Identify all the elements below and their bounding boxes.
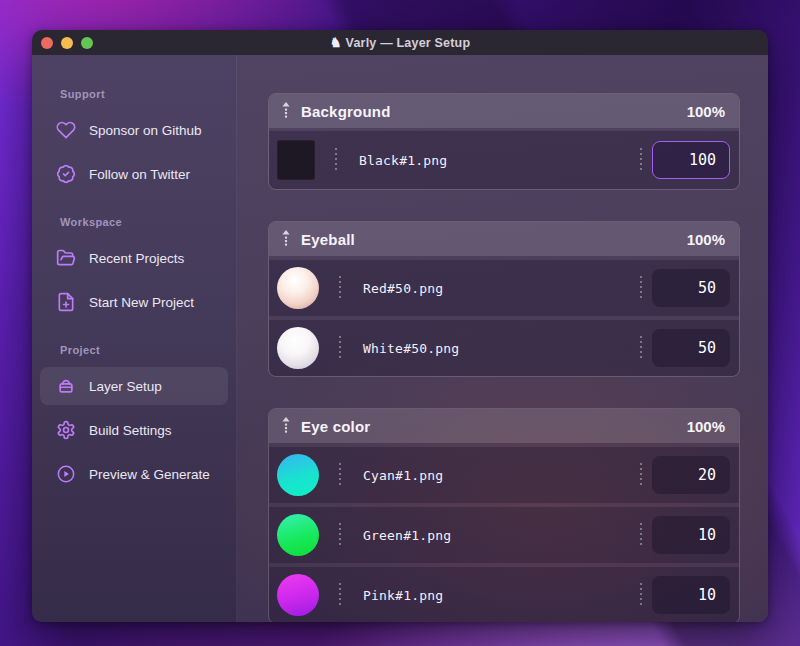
layer-filename: Pink#1.png (363, 588, 443, 603)
close-button[interactable] (41, 37, 53, 49)
sidebar-item-preview-generate[interactable]: Preview & Generate (40, 455, 228, 493)
sidebar-item-label: Layer Setup (89, 379, 162, 394)
layer-group-background: Background 100% Black#1.png (268, 93, 740, 190)
sidebar-section-support: Support (32, 87, 236, 101)
sidebar-item-label: Sponsor on Github (89, 123, 202, 138)
zoom-button[interactable] (81, 37, 93, 49)
dotted-divider (339, 336, 341, 360)
layer-row: White#50.png (269, 320, 739, 376)
layer-weight-input[interactable] (652, 141, 730, 179)
dotted-divider (339, 523, 341, 547)
sidebar-item-label: Recent Projects (89, 251, 184, 266)
sidebar-item-recent-projects[interactable]: Recent Projects (40, 239, 228, 277)
layer-weight-input[interactable] (652, 576, 730, 614)
heart-icon (56, 120, 76, 140)
layer-thumbnail (277, 514, 319, 556)
dotted-divider (640, 523, 642, 547)
group-name: Background (301, 103, 391, 120)
layer-thumbnail (277, 267, 319, 309)
unicorn-icon: ♞ (330, 35, 342, 50)
gear-icon (56, 420, 76, 440)
group-name: Eyeball (301, 231, 355, 248)
layer-setup-panel: Background 100% Black#1.png Eyeball (237, 55, 768, 622)
folder-open-icon (56, 248, 76, 268)
layer-weight-input[interactable] (652, 269, 730, 307)
layer-filename: Red#50.png (363, 281, 443, 296)
layer-thumbnail (277, 140, 315, 180)
group-header[interactable]: Background 100% (269, 94, 739, 128)
layer-weight-input[interactable] (652, 516, 730, 554)
sidebar-item-label: Preview & Generate (89, 467, 210, 482)
sidebar-section-workspace: Workspace (32, 215, 236, 229)
dotted-divider (640, 583, 642, 607)
layer-filename: White#50.png (363, 341, 459, 356)
dotted-divider (339, 276, 341, 300)
layer-filename: Green#1.png (363, 528, 451, 543)
layer-row: Pink#1.png (269, 567, 739, 622)
sidebar-item-start-new-project[interactable]: Start New Project (40, 283, 228, 321)
sidebar-item-layer-setup[interactable]: Layer Setup (40, 367, 228, 405)
dotted-divider (640, 276, 642, 300)
sidebar-item-sponsor-on-github[interactable]: Sponsor on Github (40, 111, 228, 149)
layer-row: Green#1.png (269, 507, 739, 563)
group-name: Eye color (301, 418, 370, 435)
file-plus-icon (56, 292, 76, 312)
app-window: ♞Varly — Layer Setup Support Sponsor on … (32, 30, 768, 622)
dotted-divider (339, 463, 341, 487)
play-circle-icon (56, 464, 76, 484)
group-weight: 100% (687, 103, 725, 120)
dotted-divider (339, 583, 341, 607)
layer-row: Red#50.png (269, 260, 739, 316)
sidebar-item-label: Build Settings (89, 423, 172, 438)
sidebar-section-project: Project (32, 343, 236, 357)
drag-handle-icon[interactable] (281, 230, 291, 248)
dotted-divider (640, 336, 642, 360)
titlebar[interactable]: ♞Varly — Layer Setup (32, 30, 768, 55)
layer-group-eye-color: Eye color 100% Cyan#1.png Green#1.png (268, 408, 740, 622)
dotted-divider (335, 148, 337, 172)
traffic-lights (32, 37, 93, 49)
dotted-divider (640, 463, 642, 487)
layer-filename: Cyan#1.png (363, 468, 443, 483)
badge-check-icon (56, 164, 76, 184)
group-weight: 100% (687, 231, 725, 248)
layer-box-icon (56, 376, 76, 396)
sidebar: Support Sponsor on Github Follow on Twit… (32, 55, 237, 622)
layer-row: Cyan#1.png (269, 447, 739, 503)
window-title: ♞Varly — Layer Setup (32, 35, 768, 50)
group-header[interactable]: Eye color 100% (269, 409, 739, 443)
group-header[interactable]: Eyeball 100% (269, 222, 739, 256)
layer-weight-input[interactable] (652, 329, 730, 367)
sidebar-item-label: Follow on Twitter (89, 167, 190, 182)
layer-thumbnail (277, 574, 319, 616)
dotted-divider (640, 148, 642, 172)
layer-weight-input[interactable] (652, 456, 730, 494)
layer-filename: Black#1.png (359, 153, 447, 168)
drag-handle-icon[interactable] (281, 102, 291, 120)
sidebar-item-label: Start New Project (89, 295, 194, 310)
minimize-button[interactable] (61, 37, 73, 49)
layer-thumbnail (277, 327, 319, 369)
group-weight: 100% (687, 418, 725, 435)
layer-group-eyeball: Eyeball 100% Red#50.png White#50.png (268, 221, 740, 377)
drag-handle-icon[interactable] (281, 417, 291, 435)
layer-row: Black#1.png (269, 131, 739, 189)
layer-thumbnail (277, 454, 319, 496)
sidebar-item-build-settings[interactable]: Build Settings (40, 411, 228, 449)
sidebar-item-follow-on-twitter[interactable]: Follow on Twitter (40, 155, 228, 193)
